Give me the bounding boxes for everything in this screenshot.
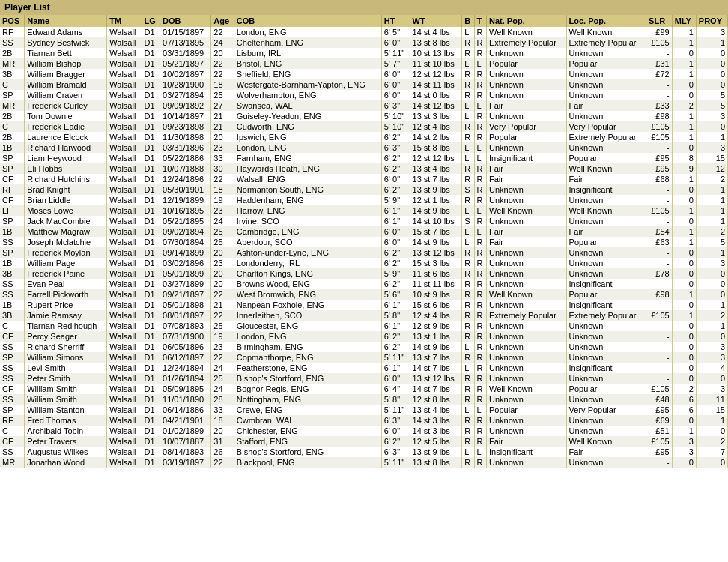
- table-row[interactable]: SPWilliam SimonsWalsallD106/12/189722Cop…: [0, 352, 728, 363]
- cell-dob: 10/28/1900: [160, 79, 211, 90]
- col-header-b[interactable]: B: [462, 15, 474, 27]
- table-row[interactable]: SPJack MacCombieWalsallD105/21/189524Irv…: [0, 216, 728, 226]
- cell-b: L: [462, 237, 474, 247]
- table-row[interactable]: SPFrederick MoylanWalsallD109/14/189920A…: [0, 247, 728, 258]
- table-row[interactable]: 2BTiarnan BettWalsallD103/31/189920Lisbu…: [0, 48, 728, 58]
- table-row[interactable]: CArchibald TobinWalsallD101/02/189920Chi…: [0, 426, 728, 436]
- cell-nat--pop-: Unknown: [487, 394, 567, 405]
- table-row[interactable]: MRWilliam BishopWalsallD105/21/189722Bri…: [0, 58, 728, 69]
- cell-tm: Walsall: [107, 300, 142, 310]
- cell-tm: Walsall: [107, 237, 142, 247]
- col-header-nat--pop-[interactable]: Nat. Pop.: [487, 15, 567, 27]
- col-header-mly[interactable]: MLY: [672, 15, 696, 27]
- cell-lg: D1: [142, 237, 160, 247]
- col-header-proy[interactable]: PROY: [696, 15, 727, 27]
- col-header-dob[interactable]: DOB: [160, 15, 211, 27]
- table-row[interactable]: CFrederick EadieWalsallD109/23/189821Cud…: [0, 121, 728, 132]
- cell-pos: C: [0, 121, 25, 132]
- cell-b: L: [462, 363, 474, 373]
- table-row[interactable]: SSSydney BestwickWalsallD107/13/189524Ch…: [0, 37, 728, 48]
- cell-dob: 12/19/1899: [160, 195, 211, 205]
- cell-lg: D1: [142, 226, 160, 237]
- table-row[interactable]: RFEdward AdamsWalsallD101/15/189722Londo…: [0, 27, 728, 37]
- cell-nat--pop-: Unknown: [487, 142, 567, 153]
- cell-lg: D1: [142, 310, 160, 321]
- cell-slr: -: [646, 300, 673, 310]
- table-row[interactable]: RFBrad KnightWalsallD105/30/190118Norman…: [0, 184, 728, 195]
- table-row[interactable]: 1BMatthew MagrawWalsallD109/02/189425Cam…: [0, 226, 728, 237]
- col-header-age[interactable]: Age: [211, 15, 234, 27]
- cell-slr: £105: [646, 384, 673, 394]
- cell-slr: -: [646, 342, 673, 352]
- table-row[interactable]: SSAugustus WilkesWalsallD108/14/189326Bi…: [0, 447, 728, 457]
- cell-nat--pop-: Unknown: [487, 373, 567, 384]
- col-header-loc--pop-[interactable]: Loc. Pop.: [566, 15, 646, 27]
- cell-proy: 1: [696, 216, 727, 226]
- cell-name: Frederick Eadie: [25, 121, 107, 132]
- cell-proy: 0: [696, 48, 727, 58]
- table-row[interactable]: SSEvan PealWalsallD103/27/189920Browns W…: [0, 279, 728, 289]
- col-header-slr[interactable]: SLR: [646, 15, 673, 27]
- col-header-t[interactable]: T: [474, 15, 486, 27]
- table-row[interactable]: SSFarrell PickworthWalsallD109/21/189722…: [0, 289, 728, 300]
- cell-age: 23: [211, 205, 234, 216]
- cell-name: William Smith: [25, 384, 107, 394]
- cell-cob: Bishop's Stortford, ENG: [234, 447, 381, 457]
- table-row[interactable]: 3BFrederick PaineWalsallD105/01/189920Ch…: [0, 268, 728, 279]
- cell-mly: 1: [672, 69, 696, 79]
- col-header-lg[interactable]: LG: [142, 15, 160, 27]
- table-row[interactable]: CTiarnan RedihoughWalsallD107/08/189325G…: [0, 321, 728, 331]
- col-header-wt[interactable]: WT: [410, 15, 462, 27]
- table-row[interactable]: CFBrian LiddleWalsallD112/19/189919Hadde…: [0, 195, 728, 205]
- table-row[interactable]: SPWilliam CravenWalsallD103/27/189425Wol…: [0, 90, 728, 100]
- table-row[interactable]: 1BRichard HarwoodWalsallD103/31/189623Lo…: [0, 142, 728, 153]
- cell-name: William Craven: [25, 90, 107, 100]
- cell-t: R: [474, 363, 486, 373]
- cell-age: 22: [211, 310, 234, 321]
- table-row[interactable]: 3BWilliam BraggerWalsallD110/02/189722Sh…: [0, 69, 728, 79]
- table-row[interactable]: SSPeter SmithWalsallD101/26/189425Bishop…: [0, 373, 728, 384]
- table-row[interactable]: 1BWilliam PageWalsallD103/02/189623Londo…: [0, 258, 728, 268]
- col-header-ht[interactable]: HT: [381, 15, 410, 27]
- table-row[interactable]: SSLevi SmithWalsallD112/24/189424Feather…: [0, 363, 728, 373]
- table-row[interactable]: CFPercy SeagerWalsallD107/31/190019Londo…: [0, 331, 728, 342]
- table-row[interactable]: SPLiam HeywoodWalsallD105/22/188633Farnh…: [0, 153, 728, 163]
- table-row[interactable]: 2BLaurence ElcockWalsallD111/30/189820Ip…: [0, 132, 728, 142]
- cell-loc--pop-: Unknown: [566, 195, 646, 205]
- col-header-tm[interactable]: TM: [107, 15, 142, 27]
- cell-cob: Wolverhampton, ENG: [234, 90, 381, 100]
- cell-lg: D1: [142, 48, 160, 58]
- table-row[interactable]: SPWilliam StantonWalsallD106/14/188633Cr…: [0, 405, 728, 415]
- table-row[interactable]: CWilliam BramaldWalsallD110/28/190018Wes…: [0, 79, 728, 90]
- cell-t: R: [474, 342, 486, 352]
- table-row[interactable]: SSJoseph MclatchieWalsallD107/30/189425A…: [0, 237, 728, 247]
- cell-age: 30: [211, 163, 234, 174]
- table-row[interactable]: SPEli HobbsWalsallD110/07/188830Haywards…: [0, 163, 728, 174]
- col-header-name[interactable]: Name: [25, 15, 107, 27]
- cell-name: Levi Smith: [25, 363, 107, 373]
- cell-dob: 05/21/1897: [160, 58, 211, 69]
- col-header-cob[interactable]: COB: [234, 15, 381, 27]
- cell-slr: £63: [646, 237, 673, 247]
- table-row[interactable]: MRFrederick CurleyWalsallD109/09/189227S…: [0, 100, 728, 111]
- cell-wt: 14 st 9 lbs: [410, 237, 462, 247]
- cell-lg: D1: [142, 132, 160, 142]
- cell-t: R: [474, 394, 486, 405]
- table-row[interactable]: LFMoses LoweWalsallD110/16/189523Harrow,…: [0, 205, 728, 216]
- table-row[interactable]: CFRichard HutchinsWalsallD112/24/189622W…: [0, 174, 728, 184]
- table-row[interactable]: 2BTom DownieWalsallD110/14/189721Guisele…: [0, 111, 728, 121]
- table-row[interactable]: 3BJamie RamsayWalsallD108/01/189722Inner…: [0, 310, 728, 321]
- table-row[interactable]: MRJonathan WoodWalsallD103/19/189722Blac…: [0, 457, 728, 468]
- table-row[interactable]: SSRichard SherriffWalsallD106/05/189623B…: [0, 342, 728, 352]
- cell-b: R: [462, 48, 474, 58]
- cell-t: R: [474, 111, 486, 121]
- table-row[interactable]: CFPeter TraversWalsallD110/07/188731Staf…: [0, 436, 728, 447]
- table-row[interactable]: SSWilliam SmithWalsallD111/01/189028Nott…: [0, 394, 728, 405]
- cell-name: William Simons: [25, 352, 107, 363]
- table-row[interactable]: 1BRupert PriceWalsallD105/01/189821Nanpe…: [0, 300, 728, 310]
- table-row[interactable]: CFWilliam SmithWalsallD105/09/189524Bogn…: [0, 384, 728, 394]
- table-row[interactable]: RFFred ThomasWalsallD104/21/190118Cwmbra…: [0, 415, 728, 426]
- col-header-pos[interactable]: POS: [0, 15, 25, 27]
- cell-wt: 12 st 1 lbs: [410, 195, 462, 205]
- cell-cob: West Bromwich, ENG: [234, 289, 381, 300]
